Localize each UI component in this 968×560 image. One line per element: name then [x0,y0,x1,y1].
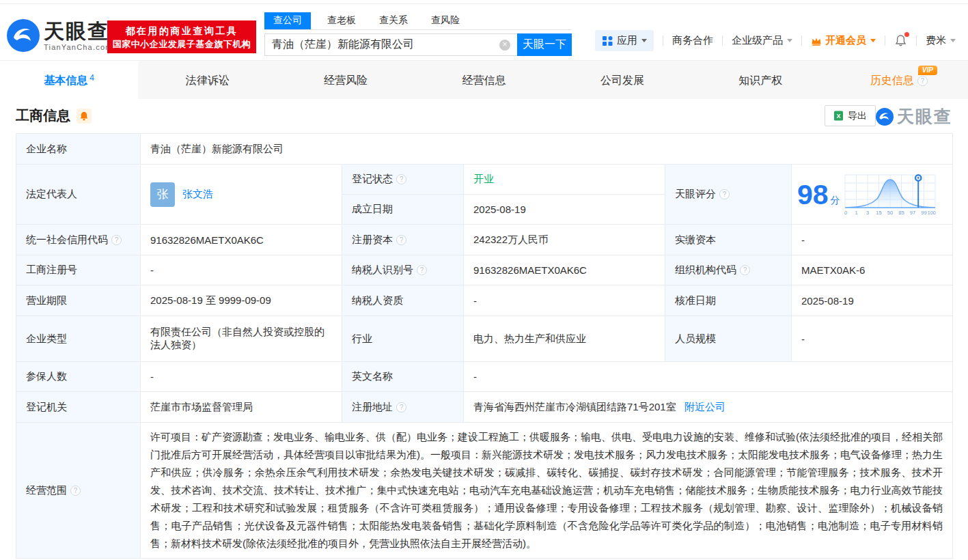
help-icon[interactable]: ? [396,235,406,245]
search-tab-company[interactable]: 查公司 [264,12,311,29]
help-icon[interactable]: ? [396,174,406,184]
table-row: 参保人数 - 英文名称 - [16,362,953,392]
subscribe-bell-button[interactable] [77,109,92,124]
site-logo[interactable]: 天眼查 TianYanCha.com [7,19,113,52]
bell-icon [80,111,88,121]
svg-text:99: 99 [921,210,926,216]
tab-basic-info-count: 4 [89,73,94,83]
nav-divider [916,36,917,46]
help-icon[interactable]: ? [417,265,427,275]
business-cooperation-link[interactable]: 商务合作 [672,34,713,47]
table-row: 统一社会信用代码? 91632826MAETX0AK6C 注册资本? 24232… [16,225,953,255]
reg-number-label: 工商注册号 [16,255,141,285]
company-tab-bar: 基本信息4 法律诉讼 经营风险 经营信息 公司发展 知识产权 VIP 历史信息? [0,60,968,99]
chevron-down-icon [870,39,876,42]
open-vip-menu[interactable]: 开通会员 [811,34,876,47]
excel-icon: X [833,111,844,121]
help-icon[interactable]: ? [917,76,928,86]
score-cell: 98 分 [792,165,953,225]
nearby-companies-link[interactable]: 附近公司 [684,401,725,412]
slogan-line2: 国家中小企业发展子基金旗下机构 [113,38,251,51]
org-code-label-cell: 组织机构代码? [665,255,792,285]
company-type-value: 有限责任公司（非自然人投资或控股的法人独资） [141,316,342,362]
approval-date-label: 核准日期 [665,285,792,316]
reg-capital-value: 242322万人民币 [464,225,665,255]
nav-divider [722,36,723,46]
address-value-cell: 青海省海西州茫崖市冷湖镇团结路71号201室 附近公司 [464,392,953,423]
help-icon[interactable]: ? [396,402,406,412]
legal-rep-name-link[interactable]: 张文浩 [182,188,213,201]
credit-code-label: 统一社会信用代码 [26,234,108,245]
table-row: 企业名称 青油（茫崖）新能源有限公司 [16,134,953,165]
search-tab-risk[interactable]: 查风险 [430,14,461,29]
address-label: 注册地址 [352,401,393,412]
search-tab-boss[interactable]: 查老板 [326,14,357,29]
clear-search-icon[interactable]: × [499,40,510,51]
notification-dot [904,32,909,37]
reg-authority-value: 茫崖市市场监督管理局 [141,392,342,423]
score-unit: 分 [831,195,840,207]
approval-date-value: 2025-08-19 [792,285,953,316]
business-scope-label: 经营范围 [26,484,67,496]
section-title: 工商信息 [16,107,70,125]
company-type-label: 企业类型 [16,316,141,362]
help-icon[interactable]: ? [740,265,750,275]
tab-history-info-label: 历史信息 [870,74,914,86]
tab-operating-info[interactable]: 经营信息 [415,61,553,99]
tab-basic-info[interactable]: 基本信息4 [0,61,138,99]
nav-divider [885,36,885,46]
apps-menu[interactable]: 应用 [595,30,654,51]
search-button[interactable]: 天眼一下 [517,33,572,56]
est-date-value: 2025-08-19 [464,195,665,225]
legal-rep-cell: 张 张文浩 [141,165,342,225]
search-input[interactable] [264,33,517,56]
reg-capital-label: 注册资本 [352,234,393,245]
tianyancha-company-page: 天眼查 TianYanCha.com 都在用的商业查询工具 国家中小企业发展子基… [0,0,968,560]
table-row: 营业期限 2025-08-19 至 9999-09-09 纳税人资质 - 核准日… [16,285,953,316]
user-menu[interactable]: 费米 [926,34,956,47]
english-name-label: 英文名称 [342,362,464,392]
svg-text:3: 3 [866,210,869,216]
chevron-down-icon [950,39,956,42]
company-name-label: 企业名称 [16,134,141,165]
nav-divider [801,36,802,46]
help-icon[interactable]: ? [111,235,122,245]
svg-text:85: 85 [898,210,904,216]
est-date-label: 成立日期 [342,195,464,225]
taxpayer-cert-label: 纳税人资质 [342,285,464,316]
address-label-cell: 注册地址? [342,392,464,423]
search-row: × 天眼一下 [264,33,572,56]
tab-intellectual-property[interactable]: 知识产权 [691,61,829,99]
export-button[interactable]: X 导出 [825,105,876,126]
enterprise-products-menu[interactable]: 企业级产品 [732,34,792,47]
tab-company-development[interactable]: 公司发展 [553,61,691,99]
industry-label: 行业 [342,316,464,362]
svg-text:0: 0 [844,210,847,216]
help-icon[interactable]: ? [70,486,81,496]
reg-capital-label-cell: 注册资本? [342,225,464,255]
brand-slogan-banner: 都在用的商业查询工具 国家中小企业发展子基金旗下机构 [107,20,256,53]
english-name-value: - [464,362,953,392]
tab-legal-proceedings[interactable]: 法律诉讼 [138,61,276,99]
business-scope-value-cell: 许可项目：矿产资源勘查；发电业务、输电业务、供（配）电业务；建设工程施工；供暖服… [141,423,953,559]
score-axis-ticks: 0 1 3 15 50 85 97 99 100 [844,210,936,216]
taxpayer-id-label: 纳税人识别号 [352,264,413,275]
notifications-button[interactable] [894,34,907,47]
svg-text:X: X [836,113,840,120]
search-tab-relation[interactable]: 查关系 [378,14,409,29]
svg-text:50: 50 [887,210,892,216]
table-row: 企业类型 有限责任公司（非自然人投资或控股的法人独资） 行业 电力、热力生产和供… [16,316,953,362]
tab-operating-risk[interactable]: 经营风险 [277,61,415,99]
help-icon[interactable]: ? [719,189,730,199]
reg-status-value-cell: 开业 [464,165,665,195]
reg-authority-label: 登记机关 [16,392,141,423]
company-name-value: 青油（茫崖）新能源有限公司 [141,134,953,165]
vip-badge: VIP [918,66,937,75]
tab-history-info[interactable]: VIP 历史信息? [830,61,968,99]
legal-rep-avatar[interactable]: 张 [150,182,175,207]
paid-capital-label: 实缴资本 [665,225,792,255]
slogan-line1: 都在用的商业查询工具 [126,24,238,38]
section-header: 工商信息 X 导出 天眼查 [0,99,968,133]
crown-icon [811,36,822,46]
table-row: 法定代表人 张 张文浩 登记状态? 开业 天眼评分? 98 分 [16,165,953,195]
